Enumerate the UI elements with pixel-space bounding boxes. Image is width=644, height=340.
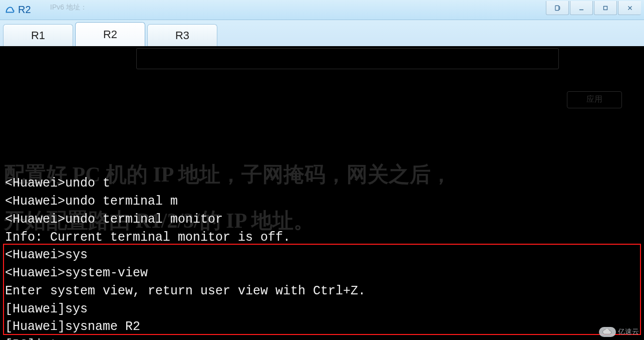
settings-button[interactable] xyxy=(546,1,569,15)
app-icon xyxy=(4,5,15,16)
watermark-text: 亿速云 xyxy=(618,327,639,336)
terminal-pane[interactable]: 应用 配置好 PC 机的 IP 地址，子网掩码，网关之后， 开始配置路由 R1/… xyxy=(0,46,644,340)
term-line: <Huawei>sys xyxy=(5,248,88,262)
term-line: <Huawei>system-view xyxy=(5,266,148,280)
minimize-button[interactable] xyxy=(570,1,593,15)
app-window: R2 IPv6 地址： 前缀长度： 128 R1 R2 R3 xyxy=(0,0,644,340)
titlebar: R2 IPv6 地址： xyxy=(0,0,644,20)
tab-r2[interactable]: R2 xyxy=(75,22,145,46)
term-line: [R2]int xyxy=(5,337,58,340)
terminal-output: <Huawei>undo t <Huawei>undo terminal m <… xyxy=(5,175,639,340)
term-line: Enter system view, return user view with… xyxy=(5,284,366,298)
tab-r3[interactable]: R3 xyxy=(147,24,217,46)
cloud-icon xyxy=(599,327,616,337)
svg-rect-2 xyxy=(604,6,607,10)
term-line: <Huawei>undo terminal m xyxy=(5,194,178,209)
term-line: <Huawei>undo t xyxy=(5,176,110,191)
bg-apply-button: 应用 xyxy=(567,91,622,108)
watermark: 亿速云 xyxy=(599,327,639,337)
term-line: Info: Current terminal monitor is off. xyxy=(5,230,290,245)
window-controls xyxy=(546,1,641,15)
term-line: [Huawei]sys xyxy=(5,302,88,316)
term-line: [Huawei]sysname R2 xyxy=(5,319,140,334)
tab-bar: 前缀长度： 128 R1 R2 R3 xyxy=(0,20,644,46)
close-button[interactable] xyxy=(618,1,641,15)
bg-ipv6-label: IPv6 地址： xyxy=(50,3,87,12)
tab-r1[interactable]: R1 xyxy=(3,24,73,46)
bg-input-outline xyxy=(136,48,559,69)
term-line: <Huawei>undo terminal monitor xyxy=(5,212,223,227)
window-title: R2 xyxy=(18,4,31,16)
svg-rect-0 xyxy=(555,6,559,10)
maximize-button[interactable] xyxy=(594,1,617,15)
